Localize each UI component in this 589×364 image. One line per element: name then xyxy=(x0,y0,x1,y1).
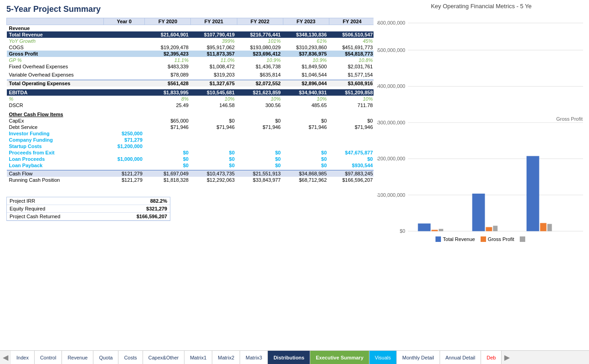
total-opex-row: Total Operating Expenses $561,428 $1,327… xyxy=(7,80,374,87)
tab-monthly-detail[interactable]: Monthly Detail xyxy=(397,351,440,364)
ebitda-label: EBITDA xyxy=(7,89,104,96)
content-area: 5-Year Project Summary Year 0 FY 2020 FY… xyxy=(0,0,589,350)
svg-text:$300,000,000: $300,000,000 xyxy=(377,120,405,125)
returned-label: Project Cash Returned xyxy=(7,213,98,220)
col-header-fy2024: FY 2024 xyxy=(329,18,374,25)
revenue-section-header: Revenue xyxy=(7,25,374,32)
ebitda-pct-row: % 8% 10% 10% 10% 10% xyxy=(7,96,374,102)
fixed-oh-label: Fixed Overhead Expenses xyxy=(7,63,104,70)
cogs-row: COGS $19,209,478 $95,917,062 $193,080,02… xyxy=(7,44,374,51)
main-container: 5-Year Project Summary Year 0 FY 2020 FY… xyxy=(0,0,589,364)
tab-quota[interactable]: Quota xyxy=(93,351,118,364)
irr-value: 882.2% xyxy=(98,197,170,205)
bar-fy2022-gray xyxy=(548,224,552,231)
tab-matrix2[interactable]: Matrix2 xyxy=(212,351,240,364)
gross-profit-row: Gross Profit $2,395,423 $11,873,357 $23,… xyxy=(7,51,374,57)
yoy-label: YoY Growth xyxy=(7,38,104,44)
tab-capex[interactable]: Capex&Other xyxy=(143,351,185,364)
legend-gross-profit: Gross Profit xyxy=(481,236,514,242)
yoy-row: YoY Growth 399% 101% 61% 45% xyxy=(7,38,374,44)
legend-gp-label: Gross Profit xyxy=(488,236,514,242)
irr-box: Project IRR 882.2% Equity Required $321,… xyxy=(6,197,170,221)
bar-fy2020-gp xyxy=(431,230,438,231)
col-header-label xyxy=(7,18,104,25)
capex-row: CapEx $65,000 $0 $0 $0 $0 xyxy=(7,118,374,124)
debt-service-row: Debt Service $71,946 $71,946 $71,946 $71… xyxy=(7,124,374,130)
tab-bar: ◀ Index Control Revenue Quota Costs Cape… xyxy=(0,350,589,364)
capex-label: CapEx xyxy=(7,118,104,124)
variable-oh-label: Variable Overhead Expenses xyxy=(7,72,104,78)
tab-matrix1[interactable]: Matrix1 xyxy=(184,351,212,364)
irr-label: Project IRR xyxy=(7,197,98,205)
col-header-fy2023: FY 2023 xyxy=(283,18,329,25)
tab-matrix3[interactable]: Matrix3 xyxy=(240,351,268,364)
legend-revenue-label: Total Revenue xyxy=(443,236,475,242)
legend-gp-box xyxy=(481,236,486,242)
legend-revenue-box xyxy=(435,236,441,242)
legend-other xyxy=(520,236,527,242)
total-revenue-row: Total Revenue $21,604,901 $107,790,419 $… xyxy=(7,31,374,38)
bar-fy2022-revenue xyxy=(527,156,539,231)
col-header-year0: Year 0 xyxy=(103,18,144,25)
equity-row: Equity Required $321,279 xyxy=(7,205,170,213)
company-label: Company Funding xyxy=(7,137,104,143)
startup-label: Startup Costs xyxy=(7,143,104,149)
tab-visuals[interactable]: Visuals xyxy=(369,351,397,364)
dscr-label: DSCR xyxy=(7,102,104,108)
total-opex-label: Total Operating Expenses xyxy=(7,80,104,87)
investor-label: Investor Funding xyxy=(7,130,104,137)
legend-other-box xyxy=(520,236,525,242)
col-header-fy2022: FY 2022 xyxy=(237,18,283,25)
page-title: 5-Year Project Summary xyxy=(6,5,370,14)
equity-value: $321,279 xyxy=(98,205,170,213)
svg-text:$0: $0 xyxy=(399,228,405,234)
tab-deb[interactable]: Deb xyxy=(481,351,502,364)
svg-text:FY 2021: FY 2021 xyxy=(476,234,495,235)
chart-area: $0 $100,000,000 $200,000,000 $300,000,00… xyxy=(377,11,585,235)
chart-legend: Total Revenue Gross Profit xyxy=(377,236,585,242)
gross-profit-annotation: Gross Profit xyxy=(556,116,583,122)
bar-fy2020-gray xyxy=(439,229,443,231)
chart-title: Key Operating Financial Metrics - 5 Ye xyxy=(377,3,585,10)
gp-pct-row: GP % 11.1% 11.0% 10.9% 10.9% 10.8% xyxy=(7,57,374,63)
gp-pct-label: GP % xyxy=(7,57,104,63)
other-cf-header: Other Cash Flow Items xyxy=(7,111,374,118)
returned-value: $166,596,207 xyxy=(98,213,170,220)
total-revenue-fy2021: $107,790,419 xyxy=(191,31,237,38)
svg-text:$400,000,000: $400,000,000 xyxy=(377,84,405,89)
total-revenue-fy2020: $21,604,901 xyxy=(145,31,191,38)
ebitda-pct-label: % xyxy=(7,96,104,102)
irr-section: Project IRR 882.2% Equity Required $321,… xyxy=(6,197,370,221)
proceeds-label: Proceeds from Exit xyxy=(7,149,104,156)
equity-label: Equity Required xyxy=(7,205,98,213)
total-revenue-fy2023: $348,130,836 xyxy=(283,31,329,38)
total-revenue-y0 xyxy=(103,31,144,38)
running-label: Running Cash Position xyxy=(7,177,104,183)
tab-executive-summary[interactable]: Executive Summary xyxy=(310,351,369,364)
tab-control[interactable]: Control xyxy=(35,351,62,364)
left-panel: 5-Year Project Summary Year 0 FY 2020 FY… xyxy=(0,0,374,350)
loan-proc-label: Loan Proceeds xyxy=(7,156,104,162)
tab-distributions[interactable]: Distributions xyxy=(268,351,310,364)
revenue-label: Revenue xyxy=(7,25,104,32)
svg-text:FY 2020: FY 2020 xyxy=(421,234,440,235)
irr-row: Project IRR 882.2% xyxy=(7,197,170,205)
company-row: Company Funding $71,279 xyxy=(7,137,374,143)
total-revenue-label: Total Revenue xyxy=(7,31,104,38)
bar-fy2021-revenue xyxy=(472,194,485,231)
bar-fy2021-gp xyxy=(486,227,492,231)
tab-index[interactable]: Index xyxy=(11,351,35,364)
gross-profit-label: Gross Profit xyxy=(7,51,104,57)
cash-flow-label: Cash Flow xyxy=(7,170,104,177)
tab-scroll-left[interactable]: ◀ xyxy=(0,351,11,364)
tab-costs[interactable]: Costs xyxy=(118,351,143,364)
total-revenue-fy2022: $216,776,441 xyxy=(237,31,283,38)
investor-row: Investor Funding $250,000 xyxy=(7,130,374,137)
tab-scroll-right[interactable]: ▶ xyxy=(502,351,512,364)
irr-table: Project IRR 882.2% Equity Required $321,… xyxy=(7,197,170,220)
tab-revenue[interactable]: Revenue xyxy=(62,351,93,364)
bar-fy2020-revenue xyxy=(418,224,430,231)
proceeds-row: Proceeds from Exit $0 $0 $0 $0 $47,675,8… xyxy=(7,149,374,156)
tab-annual-detail[interactable]: Annual Detail xyxy=(440,351,481,364)
loan-payback-row: Loan Payback $0 $0 $0 $0 $930,544 xyxy=(7,162,374,169)
